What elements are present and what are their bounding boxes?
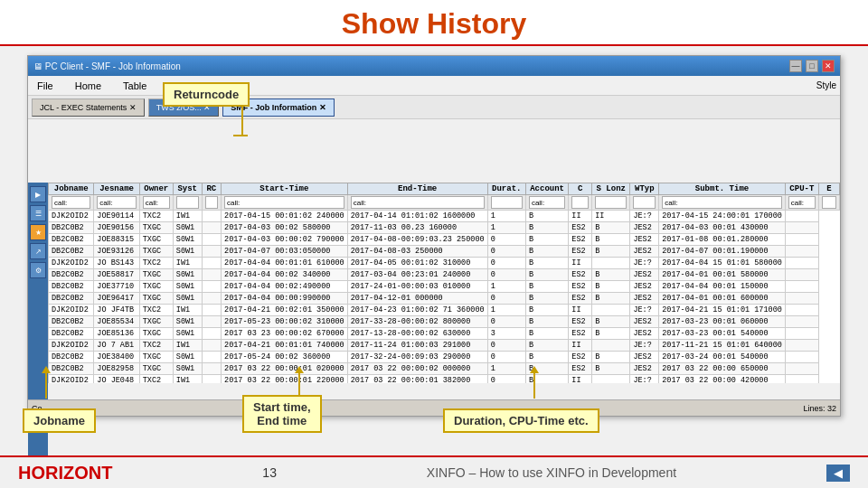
col-jobname[interactable]: Jobname xyxy=(49,183,94,195)
maximize-button[interactable]: □ xyxy=(806,60,818,72)
col-jesname[interactable]: Jesname xyxy=(94,183,139,195)
cell-12-4 xyxy=(202,352,221,363)
prev-button[interactable]: ◀ xyxy=(826,465,850,482)
cell-14-8: B xyxy=(525,375,568,384)
close-button[interactable]: ✕ xyxy=(822,60,835,72)
cell-1-12: 2017-04-03 00:01 430000 xyxy=(659,222,786,234)
cell-11-0: DJK2OID2 xyxy=(49,340,94,352)
menu-file[interactable]: File xyxy=(32,79,59,93)
cell-9-2: TXGC xyxy=(139,316,173,328)
filter-end[interactable] xyxy=(351,196,485,209)
sidebar-icon-5[interactable]: ⚙ xyxy=(30,262,46,278)
page-wrapper: Show History 🖥 PC Client - SMF - Job Inf… xyxy=(0,0,868,488)
filter-durat[interactable] xyxy=(491,196,523,209)
cell-0-0: DJK2OID2 xyxy=(49,211,94,222)
data-table: Jobname Jesname Owner Syst RC Start-Time… xyxy=(48,183,840,383)
table-row: DB2C0B2JOE38400TXGCS0W12017-05-24 00:02 … xyxy=(49,352,840,363)
filter-syst[interactable] xyxy=(176,196,199,209)
filter-start[interactable] xyxy=(224,196,344,209)
col-end-time[interactable]: End-Time xyxy=(347,183,487,195)
cell-4-9: II xyxy=(569,258,592,269)
cell-13-9: ES2 xyxy=(569,363,592,375)
sidebar-icon-3[interactable]: ★ xyxy=(30,224,46,240)
col-account[interactable]: Account xyxy=(525,183,568,195)
cell-13-12: 2017 03 22 00:00 650000 xyxy=(659,363,786,375)
filter-submt[interactable] xyxy=(662,196,782,209)
col-start-time[interactable]: Start-Time xyxy=(222,183,348,195)
cell-7-10: B xyxy=(592,293,630,305)
sidebar-icon-1[interactable]: ▶ xyxy=(30,186,46,202)
col-cput[interactable]: CPU-T xyxy=(785,183,818,195)
cell-6-4 xyxy=(202,281,221,293)
col-c[interactable]: C xyxy=(569,183,592,195)
cell-12-0: DB2C0B2 xyxy=(49,352,94,363)
cell-13-11: JES2 xyxy=(630,363,659,375)
arrow-startend-tip xyxy=(295,366,304,373)
footer-logo: HORIZONT xyxy=(18,463,112,483)
sidebar-icon-2[interactable]: ☰ xyxy=(30,205,46,221)
cell-10-7: 3 xyxy=(487,328,525,340)
cell-0-13 xyxy=(785,211,818,222)
cell-0-7: 1 xyxy=(487,211,525,222)
cell-2-9: ES2 xyxy=(569,234,592,246)
window-title-text: 🖥 PC Client - SMF - Job Information xyxy=(33,61,181,71)
sidebar-icon-4[interactable]: ↗ xyxy=(30,243,46,259)
filter-jesname[interactable] xyxy=(97,196,136,209)
filter-rc[interactable] xyxy=(205,196,218,209)
menu-bar: File Home Table Natplan Style xyxy=(28,76,840,96)
cell-8-1: JO JF4TB xyxy=(94,305,139,316)
cell-2-10: B xyxy=(592,234,630,246)
table-row: DJK2OID2JO JE048TXC2IW12017 03 22 00:00:… xyxy=(49,375,840,384)
filter-owner[interactable] xyxy=(143,196,170,209)
cell-8-0: DJK2OID2 xyxy=(49,305,94,316)
filter-wtyp[interactable] xyxy=(633,196,656,209)
col-durat[interactable]: Durat. xyxy=(487,183,525,195)
cell-7-12: 2017-04-01 00:01 600000 xyxy=(659,293,786,305)
table-scroll[interactable]: Jobname Jesname Owner Syst RC Start-Time… xyxy=(48,183,840,383)
footer-page: 13 xyxy=(262,465,277,480)
filter-e[interactable] xyxy=(822,196,836,209)
cell-1-2: TXGC xyxy=(139,222,173,234)
cell-5-2: TXGC xyxy=(139,269,173,281)
filter-slonz[interactable] xyxy=(595,196,627,209)
filter-jobname[interactable] xyxy=(52,196,90,209)
menu-table[interactable]: Table xyxy=(118,79,152,93)
menu-home[interactable]: Home xyxy=(70,79,107,93)
cell-0-12: 2017-04-15 24:00:01 170000 xyxy=(659,211,786,222)
col-wtyp[interactable]: WTyp xyxy=(630,183,659,195)
content-area: ▶ ☰ ★ ↗ ⚙ Jobname Jesname xyxy=(28,119,840,399)
col-e[interactable]: E xyxy=(818,183,839,195)
cell-6-9: ES2 xyxy=(569,281,592,293)
cell-2-1: JOE88315 xyxy=(94,234,139,246)
cell-5-7: 0 xyxy=(487,269,525,281)
col-owner[interactable]: Owner xyxy=(139,183,173,195)
cell-14-4 xyxy=(202,375,221,384)
cell-11-1: JO 7 AB1 xyxy=(94,340,139,352)
cell-3-13 xyxy=(785,246,818,258)
cell-12-13 xyxy=(785,352,818,363)
col-rc[interactable]: RC xyxy=(202,183,221,195)
cell-6-0: DB2C0B2 xyxy=(49,281,94,293)
col-slonz[interactable]: S Lonz xyxy=(592,183,630,195)
cell-13-3: S0W1 xyxy=(173,363,202,375)
cell-7-0: DB2C0B2 xyxy=(49,293,94,305)
cell-10-5: 2017 03 23 00:00:02 670000 xyxy=(222,328,348,340)
filter-cput[interactable] xyxy=(788,196,816,209)
cell-4-6: 2017-04-05 00:01:02 310000 xyxy=(347,258,487,269)
filter-account[interactable] xyxy=(529,196,565,209)
cell-0-4 xyxy=(202,211,221,222)
cell-6-7: 1 xyxy=(487,281,525,293)
table-container: Jobname Jesname Owner Syst RC Start-Time… xyxy=(48,183,840,383)
table-row: DJK2OID2JO 7 AB1TXC2IW12017-04-21 00:01:… xyxy=(49,340,840,352)
col-submt-time[interactable]: Submt. Time xyxy=(659,183,786,195)
cell-12-12: 2017-03-24 00:01 540000 xyxy=(659,352,786,363)
table-row: DB2C0B2JOE85534TXGCS0W12017-05-23 00:00:… xyxy=(49,316,840,328)
col-syst[interactable]: Syst xyxy=(173,183,202,195)
toolbar-jcl[interactable]: JCL - EXEC Statements ✕ xyxy=(32,99,145,117)
table-row: DB2C0B2JOE37710TXGCS0W12017-04-04 00:02:… xyxy=(49,281,840,293)
table-row: DJK2OID2JOE90114TXC2IW12017-04-15 00:01:… xyxy=(49,211,840,222)
table-row: DB2C0B2JOE93126TXGCS0W12017-04-07 00:03:… xyxy=(49,246,840,258)
minimize-button[interactable]: — xyxy=(789,60,802,72)
filter-c[interactable] xyxy=(571,196,589,209)
cell-9-3: S0W1 xyxy=(173,316,202,328)
